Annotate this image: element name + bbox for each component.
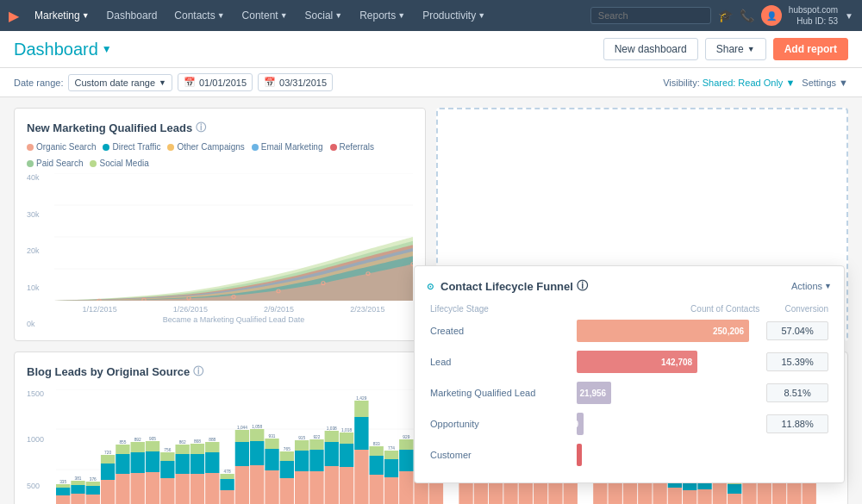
svg-text:888: 888 [209,438,216,442]
bar-group [56,484,70,504]
svg-rect-196 [728,484,741,494]
nav-contacts[interactable]: Contacts ▼ [166,0,233,31]
date-range-label: Date range: [14,78,63,88]
user-avatar[interactable]: 👤 [761,5,782,26]
date-to-picker[interactable]: 📅 03/31/2015 [258,73,333,91]
svg-text:720: 720 [104,451,111,455]
svg-text:1,044: 1,044 [237,426,247,430]
svg-text:915: 915 [298,436,305,440]
legend-direct: Direct Traffic [103,142,160,152]
headset-icon[interactable]: 📞 [740,9,754,22]
leads-info-icon[interactable]: ⓘ [196,121,206,135]
bar-group [205,442,219,504]
account-chevron[interactable]: ▼ [845,11,853,21]
svg-rect-106 [384,459,398,477]
svg-rect-70 [250,441,264,465]
filter-bar: Date range: Custom date range ▼ 📅 01/01/… [0,68,862,97]
svg-rect-85 [309,471,323,504]
svg-rect-89 [325,466,339,504]
bar-group [280,451,294,504]
funnel-conversion-cell: 15.39% [763,346,832,377]
bar-group [116,445,129,504]
settings-link[interactable]: Settings ▼ [802,78,848,88]
bar-group [384,451,398,504]
graduation-icon[interactable]: 🎓 [718,9,733,22]
legend-email: Email Marketing [252,142,323,152]
new-dashboard-button[interactable]: New dashboard [603,38,698,60]
funnel-stage-label: Opportunity [427,408,573,439]
funnel-row: Opportunity 1,869 11.88% [427,408,832,439]
add-report-button[interactable]: Add report [773,38,848,60]
nav-content[interactable]: Content ▼ [234,0,297,31]
svg-rect-95 [340,432,353,444]
bar-group [235,430,249,504]
svg-rect-57 [205,473,219,504]
legend-paid: Paid Search [27,159,83,168]
funnel-stage-label: Lead [427,346,573,377]
svg-rect-27 [86,482,100,486]
svg-text:765: 765 [284,447,290,451]
svg-rect-33 [116,474,129,504]
funnel-info-icon[interactable]: ⓘ [577,278,588,294]
svg-text:1,038: 1,038 [327,426,337,431]
funnel-title: ⊙ Contact Lifecycle Funnel ⓘ [427,278,588,294]
svg-rect-29 [101,480,115,504]
funnel-count-label: 222 [562,451,577,460]
referrals-dot [330,144,337,151]
svg-rect-25 [86,495,100,504]
dashboard-title[interactable]: Dashboard ▼ [14,40,112,59]
reports-chevron: ▼ [397,11,405,20]
svg-rect-65 [235,466,249,504]
bar-group [250,429,264,504]
visibility-link[interactable]: Shared: Read Only ▼ [703,78,796,88]
svg-rect-55 [191,444,204,454]
bar-group [265,439,278,504]
search-input[interactable] [590,7,711,24]
svg-text:833: 833 [373,442,380,446]
svg-rect-51 [175,445,189,454]
legend-referrals: Referrals [330,142,375,152]
blog-info-icon[interactable]: ⓘ [193,364,203,379]
nav-dashboard[interactable]: Dashboard [98,0,166,31]
nav-social[interactable]: Social ▼ [297,0,352,31]
page-header: Dashboard ▼ New dashboard Share ▼ Add re… [0,31,862,68]
svg-rect-34 [116,454,129,474]
funnel-bar-cell: 21,956 [573,377,763,408]
funnel-stage-label: Marketing Qualified Lead [427,377,573,408]
funnel-row: Marketing Qualified Lead 21,956 8.51% [427,377,832,408]
svg-rect-50 [175,454,189,474]
leads-chart-area: 1/12/2015 1/26/2015 2/9/2015 2/23/2015 B… [54,173,413,328]
svg-rect-87 [309,439,323,450]
date-range-select[interactable]: Custom date range ▼ [68,74,172,91]
svg-text:1,429: 1,429 [356,396,366,401]
svg-rect-102 [370,456,384,475]
nav-reports[interactable]: Reports ▼ [351,0,414,31]
date-from-picker[interactable]: 📅 01/01/2015 [178,73,253,91]
funnel-conversion-value: 8.51% [766,383,828,402]
svg-rect-98 [354,417,368,450]
svg-text:855: 855 [119,440,126,445]
svg-rect-26 [86,486,100,495]
svg-rect-35 [116,445,129,454]
content-chevron: ▼ [280,11,288,20]
social-dot [90,160,97,167]
funnel-bar-cell: 222 [573,439,763,470]
col-count-header: Count of Contacts [573,302,763,315]
share-button[interactable]: Share ▼ [705,38,766,60]
funnel-actions-button[interactable]: Actions ▼ [791,281,832,291]
nav-logo: ▶ [9,8,19,24]
svg-rect-21 [71,494,84,504]
svg-text:922: 922 [313,435,320,439]
col-conversion-header: Conversion [763,302,832,315]
bar-group [354,401,368,504]
svg-text:1,058: 1,058 [252,425,262,429]
svg-rect-79 [280,451,294,461]
bar-group [728,480,741,504]
nav-productivity[interactable]: Productivity ▼ [414,0,494,31]
funnel-card: ⊙ Contact Lifecycle Funnel ⓘ Actions ▼ L… [414,265,845,483]
nav-marketing[interactable]: Marketing ▼ [26,0,98,31]
svg-rect-22 [71,485,84,494]
funnel-conversion-cell [763,439,832,470]
svg-rect-179 [668,488,682,504]
svg-text:478: 478 [224,470,231,474]
